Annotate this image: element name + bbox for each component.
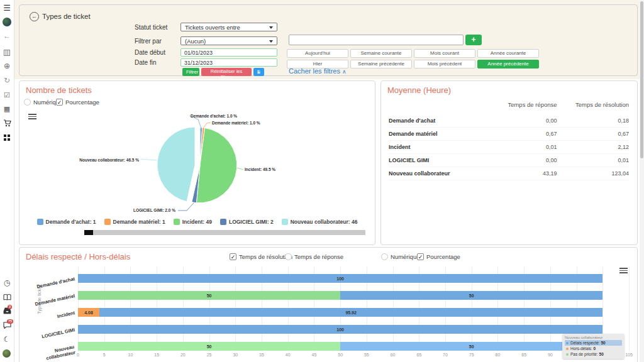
qr-grid-icon[interactable]: ▦ xyxy=(0,104,14,113)
shortcut-mois-precedent[interactable]: Mois précédent xyxy=(414,60,475,69)
row-label: LOGICIEL GIMI xyxy=(389,154,498,167)
legend-label: Nouveau collaborateur: 46 xyxy=(291,219,358,225)
row-label: Demande matériel xyxy=(389,128,498,141)
option-numerique[interactable]: Numérique xyxy=(381,253,419,260)
chart-menu-icon[interactable] xyxy=(619,268,628,275)
filter-bar: ← Types de ticket Statut ticket Tickets … xyxy=(14,0,644,79)
checked-box-icon: ✓ xyxy=(230,253,236,260)
shortcut-annee-precedente[interactable]: Année précédente xyxy=(477,60,539,69)
option-pourcentage[interactable]: ✓Pourcentage xyxy=(56,99,99,106)
x-axis-tick: 50 xyxy=(333,353,348,357)
pie-scrollbar-thumb[interactable] xyxy=(84,230,93,235)
shortcut-annee-courante[interactable]: Année courante xyxy=(477,49,539,58)
filtrer-par-label: Filtrer par xyxy=(135,38,162,45)
filter-box: ← Types de ticket Statut ticket Tickets … xyxy=(19,4,638,76)
x-axis-tick: 35 xyxy=(254,353,269,357)
pie-chart[interactable]: Demande d'achat: 1.0 %Demande matériel: … xyxy=(19,111,375,218)
back-button-icon[interactable]: ← xyxy=(30,12,39,21)
filter-button[interactable]: Filtrer xyxy=(182,68,199,76)
chart-tooltip: Nouveau collaborateurDélais respecté: 50… xyxy=(562,334,625,359)
chat-bubble-icon[interactable]: 75 xyxy=(0,321,14,330)
pie-slice-label: LOGICIEL GIMI: 2.0 % xyxy=(133,208,175,212)
option-label: Numérique xyxy=(391,253,419,260)
tooltip-line-delais-respecte: Délais respecté: 50 xyxy=(565,340,622,346)
filtrer-par-select[interactable]: (Aucun) xyxy=(180,36,277,45)
sync-icon[interactable]: ↻ xyxy=(0,76,14,85)
chat-clock-icon[interactable]: ◷ xyxy=(0,278,14,287)
shortcut-semaine-precedente[interactable]: Semaine précédente xyxy=(350,60,412,69)
bar-value-label: 50 xyxy=(459,344,484,349)
shortcut-semaine-courante[interactable]: Semaine courante xyxy=(350,49,412,58)
pie-slice-nouveau-collaborateur[interactable] xyxy=(157,127,195,202)
temps-resolution-value: 0,18 xyxy=(557,114,629,128)
statut-ticket-select[interactable]: Tickets ouverts entre xyxy=(180,23,277,31)
page-title: Types de ticket xyxy=(42,13,91,20)
globe-avatar-icon[interactable] xyxy=(3,18,11,26)
legend-label: Demande d'achat: 1 xyxy=(46,219,96,225)
bar-value-label: 4.08 xyxy=(76,310,101,315)
shortcut-aujourd-hui[interactable]: Aujourd'hui xyxy=(287,49,348,58)
category-label-logiciel-gimi: LOGICIEL GIMI xyxy=(25,327,75,343)
date-fin-input[interactable] xyxy=(180,58,277,67)
legend-swatch xyxy=(220,219,226,225)
page-scrollbar[interactable] xyxy=(640,0,644,362)
tooltip-title: Nouveau collaborateur xyxy=(565,336,622,339)
add-saved-filter-button[interactable]: + xyxy=(465,35,482,45)
gridline xyxy=(629,266,630,351)
checkbox-check-icon[interactable]: ☑ xyxy=(0,90,14,99)
temps-resolution-value: 2,12 xyxy=(557,141,629,154)
table-row-nouveau-collaborateur: Nouveau collaborateur43,19123,04 xyxy=(389,167,629,180)
tooltip-line-pas-de-priorite: Pas de priorité: 50 xyxy=(565,351,622,357)
option-pourcentage[interactable]: ✓Pourcentage xyxy=(417,253,460,260)
pie-slice-label: Incident: 49.5 % xyxy=(245,167,275,172)
row-label: Incident xyxy=(389,141,498,154)
column-header-reponse: Temps de réponse xyxy=(498,97,557,114)
x-axis-tick: 85 xyxy=(516,353,531,357)
date-fin-label: Date fin xyxy=(135,59,156,66)
user-avatar[interactable] xyxy=(3,349,11,358)
legend-item-demande-d-achat[interactable]: Demande d'achat: 1 xyxy=(37,219,96,225)
barcode-icon[interactable] xyxy=(4,50,10,56)
legend-item-demande-materiel[interactable]: Demande matériel: 1 xyxy=(104,219,165,225)
legend-item-incident[interactable]: Incident: 49 xyxy=(174,219,212,225)
back-arrow-icon[interactable]: ← xyxy=(0,31,14,40)
legend-label: Demande matériel: 1 xyxy=(113,219,165,225)
cart-icon[interactable] xyxy=(0,119,14,128)
x-axis-tick: 90 xyxy=(543,353,558,357)
bar-value-label: 95.92 xyxy=(338,310,364,315)
hide-filters-link[interactable]: Cacher les filtres ∧ xyxy=(289,67,347,75)
reset-filters-button[interactable]: Réinitialiser les filtres xyxy=(201,68,252,76)
option-temps-de-reponse[interactable]: Temps de réponse xyxy=(285,253,343,260)
tooltip-text: Délais respecté: 50 xyxy=(570,341,606,345)
option-label: Pourcentage xyxy=(426,253,460,260)
grid-apps-icon[interactable] xyxy=(4,134,10,141)
shortcut-mois-courant[interactable]: Mois courant xyxy=(414,49,475,58)
circle-plus-icon[interactable]: ⊕ xyxy=(0,62,14,70)
date-debut-input[interactable] xyxy=(180,48,277,57)
option-label: Pourcentage xyxy=(65,99,99,106)
x-axis-tick: 45 xyxy=(306,353,321,357)
average-table: Temps de réponse Temps de résolution Dem… xyxy=(389,97,629,180)
pie-label-line xyxy=(178,203,194,211)
hamburger-menu-icon[interactable]: ☰ xyxy=(0,4,14,13)
x-axis-tick: 65 xyxy=(411,353,426,357)
pie-slice-label: Demande matériel: 1.0 % xyxy=(212,121,260,125)
x-axis-tick: 15 xyxy=(149,353,164,357)
date-debut-label: Date début xyxy=(135,49,165,56)
chevron-down-icon xyxy=(269,40,273,43)
page-scrollbar-thumb[interactable] xyxy=(640,1,643,158)
category-label-demande-d-achat: Demande d'achat xyxy=(25,276,75,292)
legend-item-nouveau-collaborateur[interactable]: Nouveau collaborateur: 46 xyxy=(282,219,358,225)
legend-item-logiciel-gimi[interactable]: LOGICIEL GIMI: 2 xyxy=(220,219,274,225)
pie-label-line xyxy=(141,159,157,160)
bar-value-label: 50 xyxy=(197,344,222,349)
pie-scrollbar[interactable] xyxy=(84,230,365,235)
pie-legend: Demande d'achat: 1Demande matériel: 1Inc… xyxy=(19,219,375,225)
option-temps-de-resolution[interactable]: ✓Temps de résolution xyxy=(230,253,292,260)
saved-filter-name-input[interactable] xyxy=(289,35,464,45)
save-filter-button[interactable] xyxy=(253,68,264,76)
moon-dark-mode-icon[interactable]: ☾ xyxy=(0,335,14,344)
pie-label-line xyxy=(237,168,243,170)
book-icon[interactable] xyxy=(0,293,14,302)
inbox-icon[interactable]: 3 xyxy=(0,307,14,315)
